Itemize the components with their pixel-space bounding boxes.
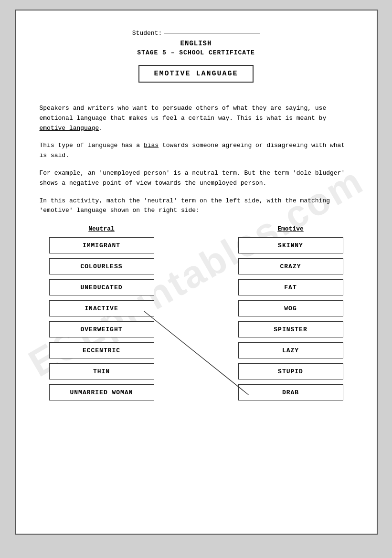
matching-row-1: IMMIGRANT SKINNY bbox=[40, 237, 353, 253]
student-line: Student: bbox=[40, 30, 353, 37]
matching-row-8: UNMARRIED WOMAN DRAB bbox=[40, 384, 353, 400]
emotive-language-term: emotive language bbox=[40, 125, 99, 132]
matching-section: Neutral Emotive IMMIGRANT SKINNY COLOURL… bbox=[40, 225, 353, 400]
neutral-word-immigrant: IMMIGRANT bbox=[49, 237, 154, 253]
matching-row-7: THIN STUPID bbox=[40, 363, 353, 379]
matching-row-4: INACTIVE WOG bbox=[40, 300, 353, 316]
matching-area: IMMIGRANT SKINNY COLOURLESS CRAZY UNEDUC… bbox=[40, 237, 353, 400]
paragraph-2: This type of language has a bias towards… bbox=[40, 141, 353, 161]
neutral-word-colourless: COLOURLESS bbox=[49, 258, 154, 274]
student-underline bbox=[164, 33, 260, 33]
emotive-word-lazy: LAZY bbox=[238, 342, 343, 358]
emotive-word-skinny: SKINNY bbox=[238, 237, 343, 253]
neutral-word-inactive: INACTIVE bbox=[49, 300, 154, 316]
subject-title: ENGLISH bbox=[40, 40, 353, 47]
emotive-word-spinster: SPINSTER bbox=[238, 321, 343, 337]
paragraph-3: For example, an 'unemployed person' is a… bbox=[40, 168, 353, 189]
paragraph-1: Speakers and writers who want to persuad… bbox=[40, 104, 353, 133]
emotive-header: Emotive bbox=[238, 225, 343, 232]
matching-row-3: UNEDUCATED FAT bbox=[40, 279, 353, 295]
matching-row-5: OVERWEIGHT SPINSTER bbox=[40, 321, 353, 337]
bias-term: bias bbox=[144, 142, 159, 149]
neutral-header: Neutral bbox=[49, 225, 154, 232]
neutral-word-eccentric: ECCENTRIC bbox=[49, 342, 154, 358]
header-section: Student: ENGLISH STAGE 5 – SCHOOL CERTIF… bbox=[40, 30, 353, 94]
matching-row-2: COLOURLESS CRAZY bbox=[40, 258, 353, 274]
student-label: Student: bbox=[132, 30, 162, 37]
neutral-word-thin: THIN bbox=[49, 363, 154, 379]
column-headers: Neutral Emotive bbox=[40, 225, 353, 232]
emotive-word-crazy: CRAZY bbox=[238, 258, 343, 274]
worksheet-page: ESLprintables.com Student: ENGLISH STAGE… bbox=[15, 10, 378, 535]
stage-title: STAGE 5 – SCHOOL CERTIFICATE bbox=[40, 49, 353, 56]
matching-row-6: ECCENTRIC LAZY bbox=[40, 342, 353, 358]
neutral-word-unmarried-woman: UNMARRIED WOMAN bbox=[49, 384, 154, 400]
emotive-word-stupid: STUPID bbox=[238, 363, 343, 379]
emotive-word-wog: WOG bbox=[238, 300, 343, 316]
neutral-word-overweight: OVERWEIGHT bbox=[49, 321, 154, 337]
neutral-word-uneducated: UNEDUCATED bbox=[49, 279, 154, 295]
main-title: EMOTIVE LANGUAGE bbox=[138, 65, 253, 83]
paragraph-4: In this activity, match the 'neutral' te… bbox=[40, 196, 353, 216]
emotive-word-drab: DRAB bbox=[238, 384, 343, 400]
emotive-word-fat: FAT bbox=[238, 279, 343, 295]
